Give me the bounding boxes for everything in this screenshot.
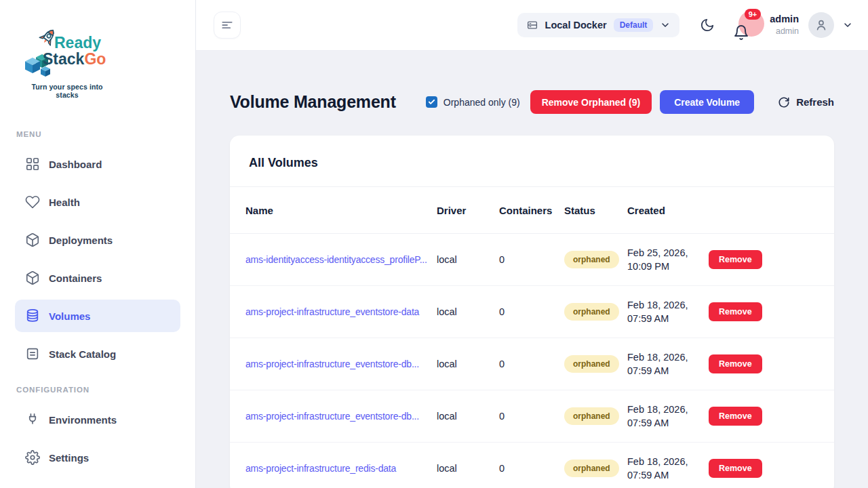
environment-name: Local Docker <box>545 20 607 30</box>
cube-icon <box>25 270 40 285</box>
volume-created: Feb 25, 2026,10:09 PM <box>627 246 709 273</box>
brand-name-ready: Ready <box>54 34 101 52</box>
hamburger-icon <box>220 18 234 32</box>
status-badge: orphaned <box>564 355 619 373</box>
app-window: Ready StackGo Turn your specs into stack… <box>0 0 868 488</box>
sidebar-item-label: Settings <box>49 452 89 464</box>
heart-icon <box>25 195 40 209</box>
sidebar-toggle-button[interactable] <box>214 12 241 39</box>
column-header-status: Status <box>564 205 627 216</box>
remove-volume-button[interactable]: Remove <box>709 250 762 269</box>
volume-name-link[interactable]: ams-identityaccess-identityaccess_profil… <box>245 254 437 265</box>
plug-icon <box>25 412 40 427</box>
sidebar-section-menu: MENU <box>16 130 195 138</box>
remove-volume-button[interactable]: Remove <box>709 302 762 321</box>
volume-driver: local <box>437 411 499 422</box>
orphaned-only-checkbox[interactable] <box>426 96 437 108</box>
table-row: ams-project-infrastructure_eventstore-da… <box>230 286 834 338</box>
sidebar-item-environments[interactable]: Environments <box>15 403 180 436</box>
check-icon <box>428 98 435 106</box>
sidebar-section-configuration: CONFIGURATION <box>16 386 195 394</box>
svg-text:StackGo: StackGo <box>43 50 106 68</box>
page-header: Volume Management Orphaned only (9) Remo… <box>230 90 834 114</box>
volume-driver: local <box>437 463 499 474</box>
remove-volume-button[interactable]: Remove <box>709 459 762 478</box>
volume-containers: 0 <box>499 463 564 474</box>
volumes-card: All Volumes Name Driver Containers Statu… <box>230 136 834 488</box>
notification-count-badge: 9+ <box>745 9 762 20</box>
table-row: ams-project-infrastructure_redis-data lo… <box>230 443 834 488</box>
gear-icon <box>25 450 40 465</box>
cube-icon <box>25 232 40 247</box>
document-icon <box>25 346 40 361</box>
sidebar-item-containers[interactable]: Containers <box>15 262 180 294</box>
avatar[interactable] <box>808 12 834 38</box>
user-menu-chevron[interactable] <box>842 20 853 30</box>
create-volume-button[interactable]: Create Volume <box>660 90 754 114</box>
sidebar-item-label: Deployments <box>49 235 113 246</box>
brand-logo: Ready StackGo Turn your specs into stack… <box>24 27 110 99</box>
refresh-button[interactable]: Refresh <box>778 96 834 108</box>
refresh-label: Refresh <box>796 96 834 108</box>
main-area: Local Docker Default 9+ admin admin <box>196 0 868 488</box>
sidebar-item-dashboard[interactable]: Dashboard <box>15 148 180 180</box>
topbar: Local Docker Default 9+ admin admin <box>196 0 868 51</box>
table-row: ams-identityaccess-identityaccess_profil… <box>230 234 834 286</box>
orphaned-only-checkbox-group[interactable]: Orphaned only (9) <box>426 96 520 108</box>
sidebar-item-label: Containers <box>49 272 102 284</box>
remove-volume-button[interactable]: Remove <box>709 354 762 373</box>
column-header-driver: Driver <box>437 205 499 216</box>
orphaned-only-label: Orphaned only (9) <box>443 97 520 108</box>
volume-name-link[interactable]: ams-project-infrastructure_eventstore-db… <box>245 359 437 369</box>
refresh-icon <box>778 96 790 108</box>
volume-name-link[interactable]: ams-project-infrastructure_eventstore-db… <box>245 411 437 422</box>
sidebar-item-label: Environments <box>49 414 117 426</box>
remove-orphaned-button[interactable]: Remove Orphaned (9) <box>530 90 652 114</box>
column-header-name: Name <box>245 205 437 216</box>
page-content: Volume Management Orphaned only (9) Remo… <box>196 51 868 488</box>
volume-driver: local <box>437 254 499 265</box>
volume-containers: 0 <box>499 254 564 265</box>
sidebar-item-stack-catalog[interactable]: Stack Catalog <box>15 338 180 370</box>
sidebar-item-settings[interactable]: Settings <box>15 441 180 474</box>
notifications-button[interactable]: 9+ <box>733 9 764 41</box>
brand-name-stack: Stack <box>43 50 85 68</box>
volume-containers: 0 <box>499 359 564 369</box>
table-header: Name Driver Containers Status Created <box>230 187 834 234</box>
chevron-down-icon <box>842 20 853 30</box>
dark-mode-toggle[interactable] <box>700 18 715 33</box>
sidebar-item-health[interactable]: Health <box>15 186 180 218</box>
table-row: ams-project-infrastructure_eventstore-db… <box>230 390 834 443</box>
table-row: ams-project-infrastructure_eventstore-db… <box>230 338 834 390</box>
volume-containers: 0 <box>499 411 564 422</box>
sidebar-item-deployments[interactable]: Deployments <box>15 224 180 256</box>
column-header-created: Created <box>627 205 709 216</box>
status-badge: orphaned <box>564 251 619 268</box>
status-badge: orphaned <box>564 303 619 321</box>
volume-containers: 0 <box>499 306 564 317</box>
volume-driver: local <box>437 306 499 317</box>
user-meta: admin admin <box>770 13 799 37</box>
sidebar-item-label: Volumes <box>49 310 90 322</box>
sidebar: Ready StackGo Turn your specs into stack… <box>0 0 196 488</box>
brand-logo-art: Ready StackGo <box>24 27 110 79</box>
bell-icon <box>733 24 749 41</box>
sidebar-item-label: Stack Catalog <box>49 348 116 360</box>
volume-name-link[interactable]: ams-project-infrastructure_redis-data <box>245 463 437 474</box>
status-badge: orphaned <box>564 407 619 425</box>
remove-volume-button[interactable]: Remove <box>709 407 762 426</box>
page-actions: Orphaned only (9) Remove Orphaned (9) Cr… <box>426 90 834 114</box>
moon-icon <box>700 18 715 33</box>
volume-driver: local <box>437 359 499 369</box>
volume-created: Feb 18, 2026,07:59 AM <box>627 350 709 378</box>
user-name: admin <box>770 13 799 26</box>
environment-selector[interactable]: Local Docker Default <box>517 13 680 37</box>
grid-icon <box>25 157 40 171</box>
volume-name-link[interactable]: ams-project-infrastructure_eventstore-da… <box>245 306 437 317</box>
topbar-right: Local Docker Default 9+ admin admin <box>517 9 853 41</box>
volume-created: Feb 18, 2026,07:59 AM <box>627 403 709 430</box>
server-icon <box>526 19 538 31</box>
volume-created: Feb 18, 2026,07:59 AM <box>627 298 709 325</box>
sidebar-item-volumes[interactable]: Volumes <box>15 300 180 332</box>
status-badge: orphaned <box>564 460 619 477</box>
